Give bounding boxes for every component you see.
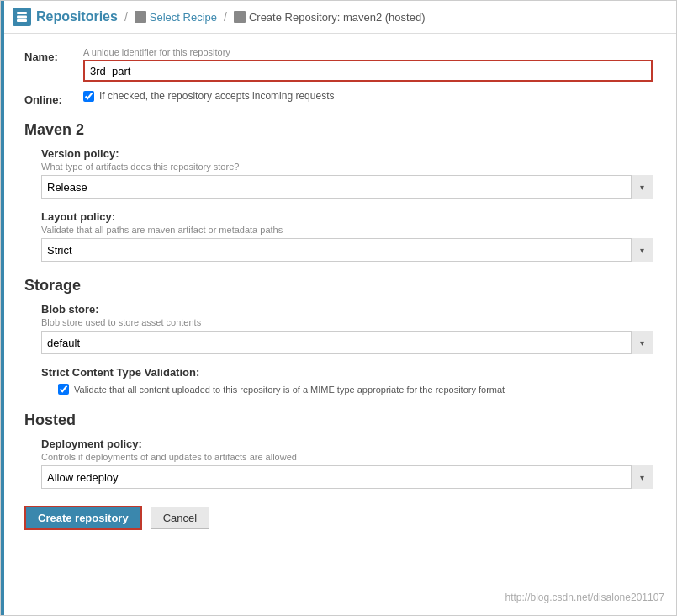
deployment-policy-select[interactable]: Allow redeploy Disable redeploy Read-onl… bbox=[41, 465, 653, 489]
main-content: Name: A unique identifier for this repos… bbox=[1, 34, 676, 547]
repositories-title: Repositories bbox=[36, 9, 118, 24]
strict-content-label: Strict Content Type Validation: bbox=[41, 366, 653, 379]
layout-policy-group: Layout policy: Validate that all paths a… bbox=[24, 210, 653, 262]
version-policy-select-wrapper: Release Snapshot Mixed ▾ bbox=[41, 175, 653, 199]
version-policy-group: Version policy: What type of artifacts d… bbox=[24, 147, 653, 199]
repositories-icon bbox=[13, 8, 31, 26]
online-field-wrapper: If checked, the repository accepts incom… bbox=[83, 90, 653, 102]
hosted-heading: Hosted bbox=[24, 412, 653, 429]
select-recipe-icon bbox=[135, 11, 146, 23]
layout-policy-hint: Validate that all paths are maven artifa… bbox=[41, 225, 653, 235]
svg-rect-2 bbox=[17, 19, 27, 22]
online-row: Online: If checked, the repository accep… bbox=[24, 90, 653, 106]
strict-content-checkbox[interactable] bbox=[58, 384, 69, 395]
mime-validation-row: Validate that all content uploaded to th… bbox=[41, 384, 653, 396]
blob-store-label: Blob store: bbox=[41, 303, 653, 316]
blob-store-select-wrapper: default ▾ bbox=[41, 331, 653, 354]
deployment-policy-select-wrapper: Allow redeploy Disable redeploy Read-onl… bbox=[41, 465, 653, 489]
blob-store-group: Blob store: Blob store used to store ass… bbox=[24, 303, 653, 354]
current-page-icon bbox=[234, 11, 246, 23]
cancel-button[interactable]: Cancel bbox=[151, 507, 209, 529]
name-input[interactable] bbox=[83, 60, 653, 82]
svg-rect-0 bbox=[17, 12, 27, 14]
deployment-policy-label: Deployment policy: bbox=[41, 438, 653, 450]
button-row: Create repository Cancel bbox=[24, 506, 653, 530]
deployment-policy-group: Deployment policy: Controls if deploymen… bbox=[24, 438, 653, 489]
watermark-text: http://blog.csdn.net/disalone201107 bbox=[505, 592, 664, 603]
strict-content-group: Strict Content Type Validation: Validate… bbox=[24, 366, 653, 396]
version-policy-label: Version policy: bbox=[41, 147, 653, 160]
online-checkbox-row: If checked, the repository accepts incom… bbox=[83, 90, 653, 102]
name-hint: A unique identifier for this repository bbox=[83, 47, 653, 57]
strict-content-hint: Validate that all content uploaded to th… bbox=[74, 384, 505, 396]
name-field-wrapper: A unique identifier for this repository bbox=[83, 47, 653, 82]
current-page-label: Create Repository: maven2 (hosted) bbox=[234, 11, 426, 24]
version-policy-select[interactable]: Release Snapshot Mixed bbox=[41, 175, 653, 199]
version-policy-hint: What type of artifacts does this reposit… bbox=[41, 162, 653, 172]
deployment-policy-hint: Controls if deployments of and updates t… bbox=[41, 452, 653, 462]
select-recipe-link[interactable]: Select Recipe bbox=[135, 11, 217, 24]
layout-policy-label: Layout policy: bbox=[41, 210, 653, 223]
breadcrumb-sep-1: / bbox=[124, 10, 128, 24]
online-label: Online: bbox=[24, 90, 83, 106]
maven2-heading: Maven 2 bbox=[24, 121, 653, 139]
storage-heading: Storage bbox=[24, 277, 653, 295]
online-checkbox[interactable] bbox=[83, 91, 94, 102]
layout-policy-select-wrapper: Strict Permissive ▾ bbox=[41, 238, 653, 262]
svg-rect-1 bbox=[17, 16, 27, 19]
name-label: Name: bbox=[24, 47, 83, 63]
layout-policy-select[interactable]: Strict Permissive bbox=[41, 238, 653, 262]
name-row: Name: A unique identifier for this repos… bbox=[24, 47, 653, 82]
breadcrumb-sep-2: / bbox=[224, 10, 227, 24]
create-repository-button[interactable]: Create repository bbox=[24, 506, 142, 530]
breadcrumb: Repositories / Select Recipe / Create Re… bbox=[1, 1, 676, 34]
blob-store-hint: Blob store used to store asset contents bbox=[41, 317, 653, 327]
online-checkbox-label: If checked, the repository accepts incom… bbox=[99, 90, 334, 102]
blob-store-select[interactable]: default bbox=[41, 331, 653, 354]
